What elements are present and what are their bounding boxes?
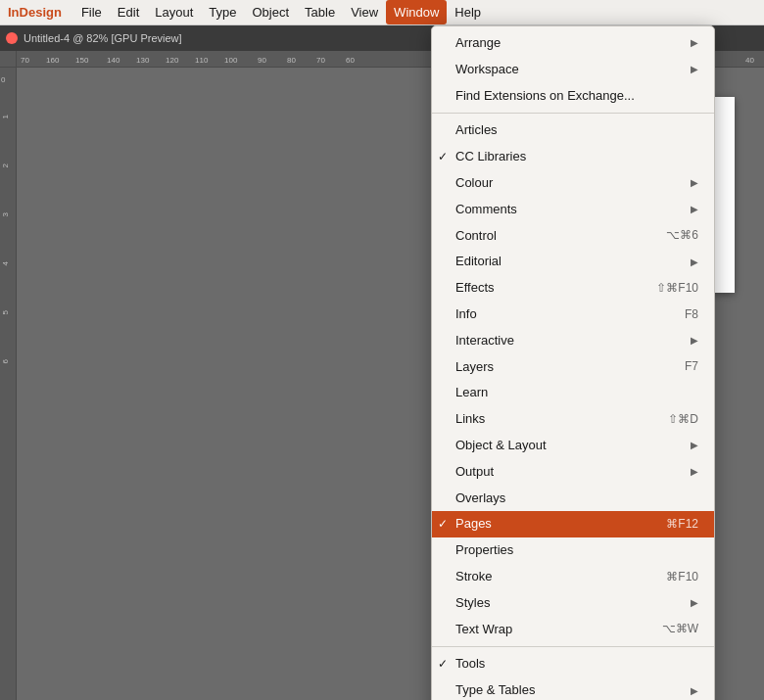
menu-view[interactable]: View — [343, 0, 386, 24]
menu-item-learn[interactable]: Learn — [432, 380, 714, 406]
menu-item-colour[interactable]: Colour ▶ — [432, 170, 714, 197]
menu-help[interactable]: Help — [447, 0, 489, 24]
shortcut-control: ⌥⌘6 — [666, 226, 698, 245]
menu-window[interactable]: Window — [386, 0, 447, 24]
shortcut-layers: F7 — [685, 357, 698, 376]
menu-item-layers[interactable]: Layers F7 — [432, 354, 714, 381]
submenu-arrow: ▶ — [691, 438, 698, 453]
shortcut-pages: ⌘F12 — [666, 515, 698, 534]
menu-file[interactable]: File — [73, 0, 110, 24]
menu-item-comments[interactable]: Comments ▶ — [432, 197, 714, 223]
menu-item-articles[interactable]: Articles — [432, 117, 714, 144]
menu-item-interactive[interactable]: Interactive ▶ — [432, 328, 714, 354]
shortcut-stroke: ⌘F10 — [666, 568, 698, 586]
menu-type[interactable]: Type — [201, 0, 244, 24]
submenu-arrow: ▶ — [691, 255, 698, 270]
menu-item-type-tables[interactable]: Type & Tables ▶ — [432, 677, 714, 700]
menu-item-text-wrap[interactable]: Text Wrap ⌥⌘W — [432, 617, 714, 643]
menu-item-effects[interactable]: Effects ⇧⌘F10 — [432, 275, 714, 302]
menu-table[interactable]: Table — [297, 0, 343, 24]
submenu-arrow: ▶ — [691, 595, 698, 611]
submenu-arrow: ▶ — [691, 62, 698, 77]
submenu-arrow: ▶ — [691, 35, 698, 51]
menu-item-workspace[interactable]: Workspace ▶ — [432, 57, 714, 83]
menu-item-output[interactable]: Output ▶ — [432, 459, 714, 486]
menu-item-overlays[interactable]: Overlays — [432, 486, 714, 512]
submenu-arrow: ▶ — [691, 175, 698, 191]
tab-close-button[interactable] — [6, 32, 18, 44]
shortcut-links: ⇧⌘D — [668, 410, 698, 429]
shortcut-effects: ⇧⌘F10 — [656, 279, 698, 298]
menu-item-tools[interactable]: Tools — [432, 651, 714, 677]
menu-layout[interactable]: Layout — [147, 0, 201, 24]
menu-item-styles[interactable]: Styles ▶ — [432, 590, 714, 617]
shortcut-text-wrap: ⌥⌘W — [662, 620, 698, 638]
menu-item-arrange[interactable]: Arrange ▶ — [432, 30, 714, 57]
separator-2 — [432, 646, 714, 647]
menu-item-info[interactable]: Info F8 — [432, 302, 714, 328]
submenu-arrow: ▶ — [691, 333, 698, 349]
menu-item-stroke[interactable]: Stroke ⌘F10 — [432, 564, 714, 590]
menu-item-pages[interactable]: Pages ⌘F12 — [432, 511, 714, 537]
menu-item-properties[interactable]: Properties — [432, 537, 714, 564]
submenu-arrow: ▶ — [691, 464, 698, 480]
menu-item-find-extensions[interactable]: Find Extensions on Exchange... — [432, 83, 714, 110]
menu-item-links[interactable]: Links ⇧⌘D — [432, 406, 714, 433]
menu-item-editorial[interactable]: Editorial ▶ — [432, 249, 714, 275]
separator-1 — [432, 113, 714, 114]
menu-item-object-layout[interactable]: Object & Layout ▶ — [432, 433, 714, 459]
menu-edit[interactable]: Edit — [110, 0, 147, 24]
submenu-arrow: ▶ — [691, 683, 698, 699]
menu-item-cc-libraries[interactable]: CC Libraries — [432, 144, 714, 170]
app-name: InDesign — [8, 5, 62, 20]
menu-object[interactable]: Object — [245, 0, 298, 24]
menu-item-control[interactable]: Control ⌥⌘6 — [432, 223, 714, 250]
ruler-vertical: 0 1 2 3 4 5 6 — [0, 68, 17, 700]
window-dropdown-menu: Arrange ▶ Workspace ▶ Find Extensions on… — [431, 25, 715, 700]
tab-label: Untitled-4 @ 82% [GPU Preview] — [24, 32, 182, 44]
menubar: InDesign File Edit Layout Type Object Ta… — [0, 0, 764, 25]
shortcut-info: F8 — [685, 305, 698, 324]
ruler-corner — [0, 51, 17, 68]
submenu-arrow: ▶ — [691, 202, 698, 217]
